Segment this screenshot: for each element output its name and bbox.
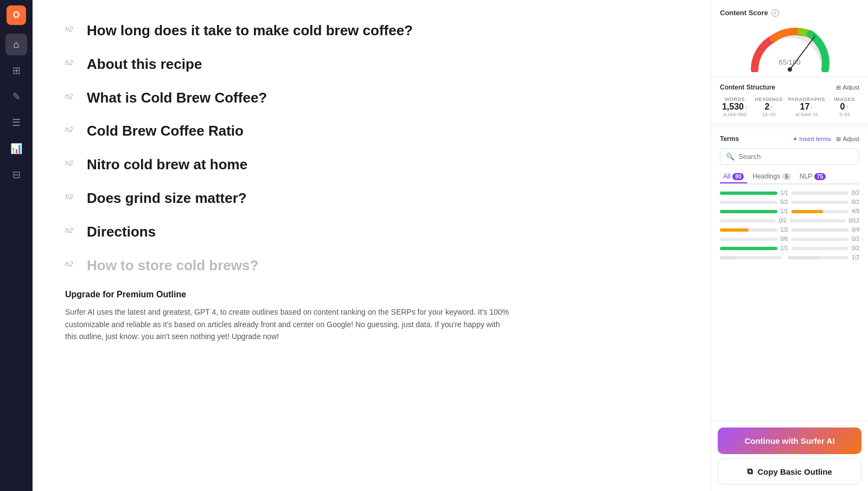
search-input[interactable] bbox=[738, 152, 853, 161]
gauge-container: 65/100 bbox=[720, 21, 859, 76]
heading-tag-8: h2 bbox=[65, 260, 78, 268]
outline-heading-8: h2 How to store cold brews? bbox=[65, 257, 678, 275]
heading-text-4: Cold Brew Coffee Ratio bbox=[87, 122, 244, 141]
term-count-right-6: 0/2 bbox=[852, 236, 859, 242]
heading-tag-7: h2 bbox=[65, 226, 78, 234]
term-bar-left-6 bbox=[720, 238, 777, 241]
term-count-right-8: 1/2 bbox=[852, 254, 859, 260]
term-bar-right-2 bbox=[792, 201, 849, 204]
app-logo[interactable]: O bbox=[7, 5, 26, 25]
main-content: h2 How long does it take to make cold br… bbox=[33, 0, 711, 491]
heading-tag-5: h2 bbox=[65, 159, 78, 167]
heading-tag-4: h2 bbox=[65, 125, 78, 133]
term-bar-left-3 bbox=[720, 210, 777, 213]
metric-paragraphs: PARAGRAPHS 17 ↓ at least 15 bbox=[788, 97, 825, 117]
term-count-right-5: 0/4 bbox=[852, 227, 859, 233]
term-row-2: 0/2 0/2 bbox=[720, 199, 859, 205]
heading-tag-3: h2 bbox=[65, 92, 78, 100]
outline-heading-1: h2 How long does it take to make cold br… bbox=[65, 22, 678, 40]
term-bar-left-5 bbox=[720, 228, 777, 232]
gauge-score: 65/100 bbox=[779, 54, 801, 68]
sidebar-item-apps[interactable]: ⊞ bbox=[5, 60, 27, 81]
heading-text-6: Does grind size matter? bbox=[87, 189, 247, 208]
term-bar-right-1 bbox=[792, 192, 849, 195]
term-row-1: 1/1 0/2 bbox=[720, 190, 859, 196]
term-count-left-2: 0/2 bbox=[781, 199, 788, 205]
term-row-5: 1/2 0/4 bbox=[720, 227, 859, 233]
term-bar-right-3 bbox=[792, 210, 849, 213]
outline-heading-3: h2 What is Cold Brew Coffee? bbox=[65, 89, 678, 107]
heading-tag-6: h2 bbox=[65, 193, 78, 201]
term-bar-left-7 bbox=[720, 247, 777, 250]
term-bar-left-8 bbox=[720, 256, 781, 259]
term-count-left-7: 1/1 bbox=[781, 245, 788, 251]
term-count-right-1: 0/2 bbox=[852, 190, 859, 196]
tab-headings[interactable]: Headings 5 bbox=[749, 170, 794, 183]
term-count-right-3: 4/8 bbox=[852, 208, 859, 214]
bottom-buttons: Continue with Surfer AI ⧉ Copy Basic Out… bbox=[711, 420, 868, 491]
term-count-left-4: 0/2 bbox=[779, 218, 787, 224]
sidebar-item-analytics[interactable]: 📊 bbox=[5, 138, 27, 160]
continue-surfer-ai-button[interactable]: Continue with Surfer AI bbox=[718, 428, 861, 454]
term-count-left-5: 1/2 bbox=[781, 227, 788, 233]
term-bar-left-4 bbox=[720, 219, 776, 222]
term-bar-right-4 bbox=[790, 219, 846, 222]
term-count-right-2: 0/2 bbox=[852, 199, 859, 205]
sidebar-item-edit[interactable]: ✎ bbox=[5, 86, 27, 107]
term-row-3: 1/1 4/8 bbox=[720, 208, 859, 214]
upgrade-section: Upgrade for Premium Outline Surfer AI us… bbox=[65, 290, 678, 342]
outline-heading-6: h2 Does grind size matter? bbox=[65, 189, 678, 208]
structure-metrics: WORDS 1,530 ↑ 4,244–880 HEADINGS 2 ↑ 13–… bbox=[720, 97, 859, 117]
term-row-8: 1/2 bbox=[720, 254, 859, 260]
terms-actions: ✦ Insert terms ⊞ Adjust bbox=[793, 136, 859, 143]
term-count-right-7: 0/2 bbox=[852, 245, 859, 251]
tab-all[interactable]: All 80 bbox=[720, 170, 747, 183]
outline-heading-2: h2 About this recipe bbox=[65, 55, 678, 74]
content-score-title: Content Score i bbox=[720, 9, 859, 17]
upgrade-description: Surfer AI uses the latest and greatest, … bbox=[65, 306, 510, 342]
terms-adjust-button[interactable]: ⊞ Adjust bbox=[836, 136, 859, 143]
term-bar-left-1 bbox=[720, 192, 777, 195]
outline-heading-4: h2 Cold Brew Coffee Ratio bbox=[65, 122, 678, 141]
terms-section: Terms ✦ Insert terms ⊞ Adjust 🔍 All 80 H… bbox=[711, 129, 868, 420]
content-structure-title: Content Structure bbox=[720, 84, 775, 91]
term-bar-right-7 bbox=[792, 247, 849, 250]
term-bar-left-2 bbox=[720, 201, 777, 204]
term-row-6: 0/6 0/2 bbox=[720, 236, 859, 242]
tab-nlp[interactable]: NLP 75 bbox=[796, 170, 829, 183]
terms-list: 1/1 0/2 0/2 0/2 1/1 bbox=[720, 190, 859, 414]
svg-point-1 bbox=[788, 67, 792, 72]
heading-tag-1: h2 bbox=[65, 25, 78, 33]
term-bar-right-6 bbox=[792, 238, 849, 241]
sidebar-item-table[interactable]: ⊟ bbox=[5, 164, 27, 186]
sidebar: O ⌂ ⊞ ✎ ☰ 📊 ⊟ bbox=[0, 0, 33, 491]
content-structure-section: Content Structure ⊞ Adjust WORDS 1,530 ↑… bbox=[711, 77, 868, 124]
heading-text-1: How long does it take to make cold brew … bbox=[87, 22, 413, 40]
heading-tag-2: h2 bbox=[65, 59, 78, 67]
insert-terms-button[interactable]: ✦ Insert terms bbox=[793, 136, 831, 143]
search-box[interactable]: 🔍 bbox=[720, 148, 859, 165]
metric-words: WORDS 1,530 ↑ 4,244–880 bbox=[720, 97, 750, 117]
metric-headings: HEADINGS 2 ↑ 13–33 bbox=[754, 97, 784, 117]
outline-heading-7: h2 Directions bbox=[65, 223, 678, 241]
term-count-left-3: 1/1 bbox=[781, 208, 788, 214]
heading-text-8: How to store cold brews? bbox=[87, 257, 258, 275]
term-count-left-1: 1/1 bbox=[781, 190, 788, 196]
copy-outline-label: Copy Basic Outline bbox=[757, 467, 832, 476]
heading-text-2: About this recipe bbox=[87, 55, 202, 74]
heading-text-7: Directions bbox=[87, 223, 156, 241]
term-bar-right-8 bbox=[788, 256, 849, 259]
sidebar-item-list[interactable]: ☰ bbox=[5, 112, 27, 133]
sidebar-item-home[interactable]: ⌂ bbox=[5, 34, 27, 55]
outline-heading-5: h2 Nitro cold brew at home bbox=[65, 156, 678, 174]
copy-basic-outline-button[interactable]: ⧉ Copy Basic Outline bbox=[718, 458, 861, 484]
heading-text-5: Nitro cold brew at home bbox=[87, 156, 247, 174]
term-count-right-4: 0/12 bbox=[849, 218, 859, 224]
terms-tabs: All 80 Headings 5 NLP 75 bbox=[720, 170, 859, 184]
term-row-7: 1/1 0/2 bbox=[720, 245, 859, 251]
upgrade-title: Upgrade for Premium Outline bbox=[65, 290, 678, 299]
content-score-info-icon[interactable]: i bbox=[771, 9, 779, 17]
structure-adjust-button[interactable]: ⊞ Adjust bbox=[836, 84, 859, 91]
terms-title: Terms bbox=[720, 135, 739, 143]
search-icon: 🔍 bbox=[726, 152, 735, 161]
